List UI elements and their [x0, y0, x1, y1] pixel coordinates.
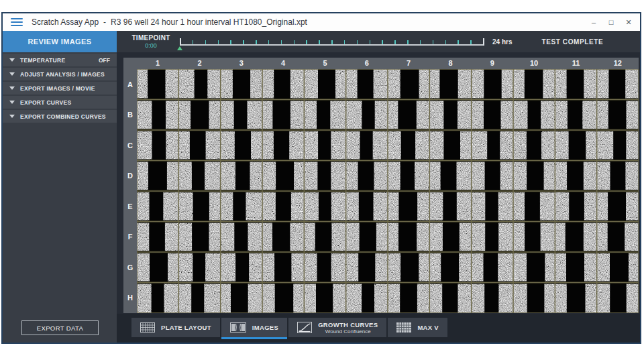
well-H5[interactable]: [304, 283, 345, 314]
well-G4[interactable]: [262, 252, 304, 283]
sidebar-item-adjust-analysis-images[interactable]: ADJUST ANALYSIS / IMAGES: [3, 68, 117, 80]
well-E5[interactable]: [304, 191, 345, 222]
well-B9[interactable]: [472, 100, 513, 131]
well-F4[interactable]: [262, 222, 304, 253]
well-G2[interactable]: [178, 252, 220, 283]
well-D9[interactable]: [472, 161, 513, 192]
well-H3[interactable]: [221, 283, 262, 314]
well-F7[interactable]: [388, 222, 429, 253]
well-G3[interactable]: [221, 252, 262, 283]
well-C2[interactable]: [178, 130, 220, 161]
well-A4[interactable]: [262, 69, 304, 100]
well-G11[interactable]: [555, 252, 596, 283]
tab-images[interactable]: IMAGES: [221, 318, 287, 339]
well-D11[interactable]: [555, 161, 596, 192]
well-C4[interactable]: [262, 130, 304, 161]
minimize-icon[interactable]: –: [585, 13, 602, 31]
well-F9[interactable]: [472, 222, 513, 253]
well-G10[interactable]: [513, 252, 555, 283]
well-B8[interactable]: [429, 100, 471, 131]
well-A12[interactable]: [597, 69, 639, 100]
well-C8[interactable]: [429, 130, 471, 161]
well-B1[interactable]: [137, 100, 178, 131]
well-E7[interactable]: [388, 191, 429, 222]
well-E9[interactable]: [472, 191, 513, 222]
timeline-marker[interactable]: [177, 46, 182, 50]
well-C6[interactable]: [346, 130, 388, 161]
well-E10[interactable]: [513, 191, 555, 222]
well-D10[interactable]: [513, 161, 555, 192]
well-E8[interactable]: [429, 191, 471, 222]
well-G9[interactable]: [472, 252, 513, 283]
well-B5[interactable]: [304, 100, 345, 131]
well-F12[interactable]: [597, 222, 639, 253]
sidebar-item-export-combined-curves[interactable]: EXPORT COMBINED CURVES: [3, 110, 117, 123]
well-E3[interactable]: [221, 191, 262, 222]
well-F11[interactable]: [555, 222, 596, 253]
well-H1[interactable]: [137, 283, 178, 314]
well-D7[interactable]: [388, 161, 429, 192]
review-images-header[interactable]: REVIEW IMAGES: [3, 31, 117, 52]
well-G6[interactable]: [346, 252, 388, 283]
well-A2[interactable]: [178, 69, 220, 100]
well-H2[interactable]: [178, 283, 220, 314]
well-A5[interactable]: [304, 69, 345, 100]
tab-growth-curves[interactable]: GROWTH CURVESWound Confluence: [288, 318, 386, 337]
well-C3[interactable]: [221, 130, 262, 161]
well-D3[interactable]: [221, 161, 262, 192]
well-H9[interactable]: [472, 283, 513, 314]
well-E2[interactable]: [178, 191, 220, 222]
well-D8[interactable]: [429, 161, 471, 192]
well-B3[interactable]: [221, 100, 262, 131]
sidebar-item-export-images-movie[interactable]: EXPORT IMAGES / MOVIE: [3, 82, 117, 95]
well-C12[interactable]: [597, 130, 639, 161]
well-F6[interactable]: [346, 222, 388, 253]
well-D6[interactable]: [346, 161, 388, 192]
well-E4[interactable]: [262, 191, 304, 222]
tab-plate-layout[interactable]: PLATE LAYOUT: [131, 318, 220, 337]
well-A3[interactable]: [221, 69, 262, 100]
well-C7[interactable]: [388, 130, 429, 161]
well-C9[interactable]: [472, 130, 513, 161]
well-B4[interactable]: [262, 100, 304, 131]
well-H7[interactable]: [388, 283, 429, 314]
well-A9[interactable]: [472, 69, 513, 100]
well-G8[interactable]: [429, 252, 471, 283]
maximize-icon[interactable]: □: [602, 13, 620, 31]
well-A11[interactable]: [555, 69, 596, 100]
well-D4[interactable]: [262, 161, 304, 192]
well-H10[interactable]: [513, 283, 555, 314]
well-F2[interactable]: [178, 222, 220, 253]
well-E11[interactable]: [555, 191, 596, 222]
well-A10[interactable]: [513, 69, 555, 100]
well-C5[interactable]: [304, 130, 345, 161]
well-C10[interactable]: [513, 130, 555, 161]
well-A1[interactable]: [137, 69, 178, 100]
well-E1[interactable]: [137, 191, 178, 222]
well-G5[interactable]: [304, 252, 345, 283]
export-data-button[interactable]: EXPORT DATA: [21, 320, 99, 335]
well-D5[interactable]: [304, 161, 345, 192]
well-B12[interactable]: [597, 100, 639, 131]
well-B2[interactable]: [178, 100, 220, 131]
well-E6[interactable]: [346, 191, 388, 222]
well-A8[interactable]: [429, 69, 471, 100]
well-A7[interactable]: [388, 69, 429, 100]
sidebar-item-export-curves[interactable]: EXPORT CURVES: [3, 96, 117, 109]
tab-max-v[interactable]: MAX V: [388, 318, 447, 337]
well-D1[interactable]: [137, 161, 178, 192]
well-F8[interactable]: [429, 222, 471, 253]
well-H8[interactable]: [429, 283, 471, 314]
well-E12[interactable]: [597, 191, 639, 222]
well-F3[interactable]: [221, 222, 262, 253]
well-H6[interactable]: [346, 283, 388, 314]
well-H4[interactable]: [262, 283, 304, 314]
well-G1[interactable]: [137, 252, 178, 283]
well-G7[interactable]: [388, 252, 429, 283]
close-icon[interactable]: ✕: [620, 13, 637, 31]
well-B11[interactable]: [555, 100, 596, 131]
well-A6[interactable]: [346, 69, 388, 100]
well-B10[interactable]: [513, 100, 555, 131]
well-F1[interactable]: [137, 222, 178, 253]
well-C1[interactable]: [137, 130, 178, 161]
